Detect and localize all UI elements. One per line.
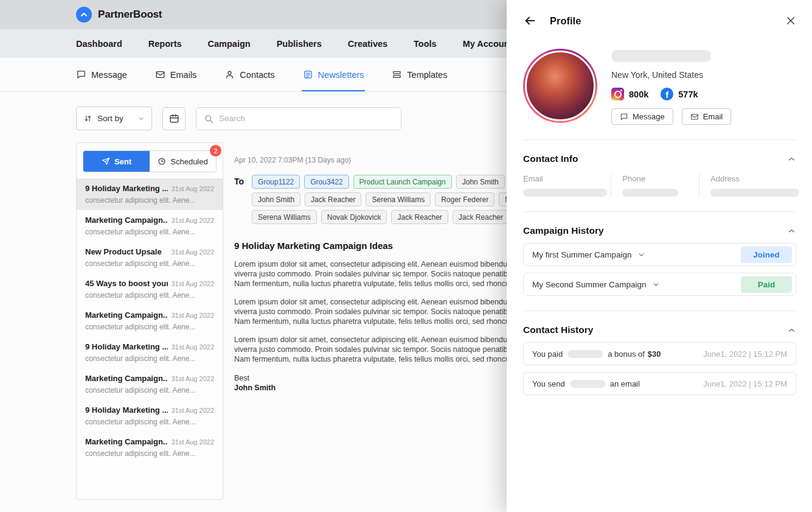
item-date: 31st Aug 2022 [172, 438, 214, 446]
nav-tools[interactable]: Tools [414, 39, 437, 49]
nav-reports[interactable]: Reports [148, 39, 182, 49]
back-button[interactable] [523, 14, 536, 27]
campaign-row[interactable]: My Second Summer Campaign Paid [523, 273, 796, 296]
recipient-chip[interactable]: Jack Reacher [453, 210, 509, 224]
history-prefix: You paid [532, 349, 563, 359]
collapse-contact-info-button[interactable] [787, 155, 796, 164]
divider [523, 139, 796, 140]
scheduled-tab[interactable]: Scheduled [150, 151, 216, 172]
contact-info-header: Contact Info [523, 153, 796, 164]
recipient-chip[interactable]: Novak Djokovick [321, 210, 387, 224]
contact-history-title: Contact History [523, 324, 593, 335]
nav-campaign[interactable]: Campaign [208, 39, 251, 49]
contact-history-row: You send an email June1, 2022 | 15:12 PM [523, 372, 796, 395]
contact-info-fields: Email Phone Address [523, 174, 796, 197]
contact-history-header: Contact History [523, 324, 796, 335]
item-preview: consectetur adipiscing elit. Aene... [85, 291, 214, 300]
sort-icon [83, 114, 92, 123]
tab-label: Message [91, 70, 127, 80]
contacts-icon [224, 69, 235, 80]
profile-drawer: Profile New York, United States 800k 577… [507, 0, 812, 512]
calendar-button[interactable] [162, 107, 186, 130]
profile-location: New York, United States [611, 70, 731, 80]
chevron-down-icon[interactable] [652, 281, 660, 289]
social-counts: 800k 577k [611, 88, 731, 100]
message-icon [620, 113, 628, 121]
message-list-panel: Sent Scheduled 2 9 Holiday Marketing ...… [76, 142, 223, 500]
nav-dashboard[interactable]: Dashboard [76, 39, 122, 49]
nav-publishers[interactable]: Publishers [277, 39, 322, 49]
campaign-name: My first Summer Campaign [532, 250, 632, 259]
templates-icon [392, 69, 402, 80]
message-list-item[interactable]: New Product Upsale31st Aug 2022 consecte… [77, 242, 223, 273]
item-date: 31st Aug 2022 [172, 217, 214, 224]
recipient-chip[interactable]: Group1122 [252, 175, 300, 189]
chevron-up-icon [787, 155, 796, 164]
address-skeleton [710, 189, 799, 197]
arrow-left-icon [523, 14, 536, 27]
message-list-item[interactable]: Marketing Campaign...31st Aug 2022 conse… [77, 368, 223, 400]
message-list-item[interactable]: Marketing Campaign...31st Aug 2022 conse… [77, 305, 223, 337]
recipient-chip[interactable]: Product Launch Campaign [353, 175, 452, 189]
message-list-item[interactable]: 9 Holiday Marketing ...31st Aug 2022 con… [77, 337, 223, 368]
message-list-item[interactable]: 9 Holiday Marketing ...31st Aug 2022 con… [77, 400, 223, 432]
item-date: 31st Aug 2022 [172, 185, 214, 192]
chevron-up-icon [787, 226, 796, 236]
email-field: Email [523, 174, 611, 197]
facebook-count: 577k [678, 89, 698, 99]
instagram-icon [611, 88, 624, 100]
tab-label: Contacts [240, 70, 274, 80]
close-button[interactable] [785, 15, 796, 26]
campaign-row[interactable]: My first Summer Campaign Joined [523, 243, 796, 266]
message-list-item[interactable]: 9 Holiday Marketing ...31st Aug 2022 con… [77, 178, 223, 210]
email-button[interactable]: Email [682, 108, 732, 125]
campaign-history-list: My first Summer Campaign Joined My Secon… [523, 243, 796, 296]
email-icon [155, 69, 165, 80]
scheduled-tab-label: Scheduled [170, 157, 207, 166]
search-box[interactable] [196, 107, 401, 130]
recipient-chip[interactable]: Jack Reacher [305, 192, 361, 206]
recipient-chip[interactable]: John Smith [252, 192, 300, 206]
history-timestamp: June1, 2022 | 15:12 PM [703, 349, 792, 359]
profile-summary: New York, United States 800k 577k Messag… [523, 49, 796, 125]
recipient-chip[interactable]: Jack Reacher [391, 210, 448, 224]
sent-tab[interactable]: Sent [83, 151, 150, 172]
tab-contacts[interactable]: Contacts [224, 58, 274, 91]
recipient-chip[interactable]: Roger Federer [435, 192, 494, 206]
collapse-contact-history-button[interactable] [787, 326, 796, 335]
item-title: 9 Holiday Marketing ... [85, 184, 168, 193]
item-date: 31st Aug 2022 [172, 343, 214, 351]
item-title: Marketing Campaign... [85, 216, 168, 225]
sort-by-dropdown[interactable]: Sort by [76, 107, 152, 130]
divider [523, 310, 796, 311]
nav-creatives[interactable]: Creatives [348, 39, 387, 49]
search-input[interactable] [219, 114, 394, 123]
chevron-down-icon[interactable] [637, 251, 645, 259]
history-timestamp: June1, 2022 | 15:12 PM [703, 379, 792, 388]
message-button[interactable]: Message [611, 108, 673, 125]
instagram-count: 800k [629, 89, 648, 99]
nav-my-account[interactable]: My Account [463, 39, 513, 49]
tab-templates[interactable]: Templates [392, 58, 447, 91]
recipient-chip[interactable]: Grou3422 [304, 175, 349, 189]
history-prefix: You send [532, 379, 565, 388]
brand[interactable]: PartnerBoost [76, 7, 162, 23]
contact-history-row: You paid a bonus of $30 June1, 2022 | 15… [523, 342, 796, 365]
status-badge: Paid [741, 276, 792, 293]
item-preview: consectetur adipiscing elit. Aene... [85, 418, 214, 426]
tab-newsletters[interactable]: Newsletters [303, 58, 364, 91]
item-title: Marketing Campaign... [85, 437, 168, 446]
item-title: 9 Holiday Marketing ... [85, 342, 168, 351]
recipient-chip[interactable]: Serena Williams [252, 210, 317, 224]
collapse-campaign-history-button[interactable] [787, 226, 796, 236]
recipient-chip[interactable]: Serena Williams [366, 192, 431, 206]
phone-field: Phone [611, 174, 699, 197]
message-list-item[interactable]: Marketing Campaign...31st Aug 2022 conse… [77, 432, 223, 463]
tab-message[interactable]: Message [76, 58, 127, 91]
tab-emails[interactable]: Emails [155, 58, 197, 91]
contact-info-title: Contact Info [523, 153, 578, 164]
recipient-chip[interactable]: John Smith [456, 175, 505, 189]
message-list-item[interactable]: 45 Ways to boost your...31st Aug 2022 co… [77, 273, 223, 305]
email-field-label: Email [523, 174, 611, 183]
message-list-item[interactable]: Marketing Campaign...31st Aug 2022 conse… [77, 210, 223, 242]
